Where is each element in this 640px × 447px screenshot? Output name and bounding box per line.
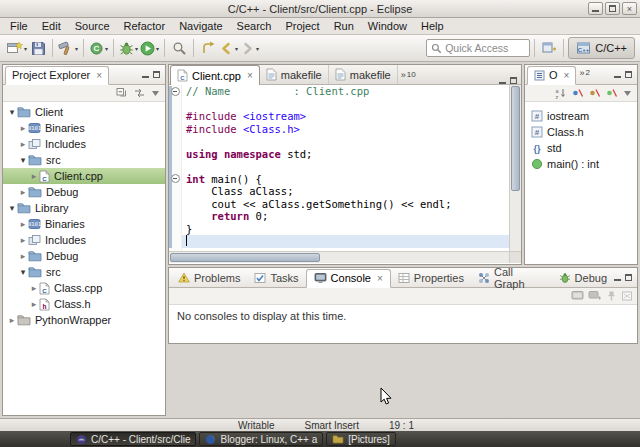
fold-marker-icon[interactable] — [171, 174, 180, 183]
minimize-view-icon[interactable] — [614, 72, 621, 78]
menu-edit[interactable]: Edit — [35, 19, 68, 33]
code-line[interactable]: } — [182, 223, 509, 236]
code-line[interactable] — [182, 135, 509, 148]
outline-tab[interactable]: O × — [527, 66, 576, 85]
editor-horizontal-scrollbar[interactable] — [169, 252, 509, 263]
expand-arrow-icon[interactable]: ▸ — [29, 171, 39, 181]
minimize-window-icon[interactable] — [588, 2, 603, 15]
outline-item-main-int[interactable]: main() : int — [525, 156, 637, 172]
expand-arrow-icon[interactable]: ▸ — [18, 123, 28, 133]
code-line[interactable]: int main() { — [182, 173, 509, 186]
editor-tab-makefile[interactable]: makefile — [260, 65, 329, 84]
maximize-window-icon[interactable] — [605, 2, 620, 15]
forward-dropdown-icon[interactable]: ▾ — [256, 45, 259, 52]
new-wizard-button[interactable]: ▾ — [5, 37, 28, 59]
maximize-view-icon[interactable] — [625, 274, 632, 281]
menu-file[interactable]: File — [3, 19, 35, 33]
hide-non-public-icon[interactable] — [605, 87, 618, 99]
code-line[interactable]: Class aClass; — [182, 185, 509, 198]
expand-arrow-icon[interactable]: ▸ — [7, 315, 17, 325]
editor-tab-overflow[interactable]: »10 — [401, 70, 416, 80]
menu-help[interactable]: Help — [414, 19, 451, 33]
tree-item-debug[interactable]: ▸Debug — [3, 184, 165, 200]
expand-arrow-icon[interactable]: ▸ — [18, 235, 28, 245]
expand-arrow-icon[interactable]: ▸ — [18, 219, 28, 229]
fold-marker-icon[interactable] — [171, 87, 180, 96]
tree-item-binaries[interactable]: ▸0101Binaries — [3, 216, 165, 232]
collapse-arrow-icon[interactable]: ▾ — [18, 155, 28, 165]
project-explorer-tab[interactable]: Project Explorer × — [5, 66, 109, 85]
clear-console-icon[interactable] — [621, 290, 633, 302]
collapse-all-icon[interactable] — [116, 87, 129, 99]
code-line[interactable]: #include <Class.h> — [182, 123, 509, 136]
collapse-arrow-icon[interactable]: ▾ — [7, 203, 17, 213]
new-cpp-class-dropdown-icon[interactable]: ▾ — [105, 45, 108, 52]
editor-tab-client-cpp[interactable]: CClient.cpp× — [170, 65, 260, 85]
tree-item-binaries[interactable]: ▸0101Binaries — [3, 120, 165, 136]
minimize-view-icon[interactable] — [614, 275, 621, 281]
outline-item-class-h[interactable]: #Class.h — [525, 124, 637, 140]
debug-button[interactable]: ▾ — [118, 37, 139, 59]
code-line[interactable] — [182, 98, 509, 111]
maximize-editor-icon[interactable] — [510, 77, 517, 84]
outline-view-overflow[interactable]: »2 — [579, 68, 589, 78]
console-tab-debug[interactable]: Debug — [552, 268, 614, 287]
hide-static-icon[interactable] — [588, 87, 601, 99]
code-area[interactable]: // Name : Client.cpp #include <iostream>… — [182, 85, 509, 251]
tree-item-pythonwrapper[interactable]: ▸PythonWrapper — [3, 312, 165, 328]
close-window-icon[interactable]: × — [622, 2, 637, 15]
console-tab-tasks[interactable]: Tasks — [247, 268, 305, 287]
new-cpp-class-button[interactable]: C▾ — [88, 37, 109, 59]
debug-dropdown-icon[interactable]: ▾ — [135, 45, 138, 52]
pin-console-icon[interactable] — [605, 290, 617, 302]
maximize-view-icon[interactable] — [625, 71, 632, 78]
hide-fields-icon[interactable] — [571, 87, 584, 99]
vertical-scrollbar-thumb[interactable] — [511, 86, 520, 191]
maximize-view-icon[interactable] — [153, 71, 160, 78]
code-line[interactable]: using namespace std; — [182, 148, 509, 161]
console-tab-console[interactable]: Console× — [306, 269, 391, 288]
tree-item-client[interactable]: ▾Client — [3, 104, 165, 120]
menu-refactor[interactable]: Refactor — [117, 19, 173, 33]
outline-item-std[interactable]: {}std — [525, 140, 637, 156]
menu-source[interactable]: Source — [68, 19, 117, 33]
expand-arrow-icon[interactable]: ▸ — [18, 187, 28, 197]
close-tab-icon[interactable]: × — [377, 273, 383, 284]
tree-item-src[interactable]: ▾src — [3, 264, 165, 280]
menu-run[interactable]: Run — [327, 19, 361, 33]
menu-window[interactable]: Window — [361, 19, 414, 33]
link-with-editor-icon[interactable] — [133, 87, 146, 99]
cpp-perspective-button[interactable]: C++ C/C++ — [568, 37, 635, 59]
tree-item-class-cpp[interactable]: ▸CClass.cpp — [3, 280, 165, 296]
tree-item-class-h[interactable]: ▸hClass.h — [3, 296, 165, 312]
sort-icon[interactable]: az — [554, 87, 567, 99]
minimize-editor-icon[interactable] — [499, 78, 506, 84]
last-edit-location-button[interactable] — [198, 37, 218, 59]
open-perspective-button[interactable] — [539, 37, 559, 59]
titlebar[interactable]: C/C++ - Client/src/Client.cpp - Eclipse … — [0, 0, 640, 18]
console-tab-problems[interactable]: Problems — [171, 268, 247, 287]
view-menu-icon[interactable] — [622, 88, 633, 98]
console-tab-call-graph[interactable]: Call Graph — [471, 268, 552, 287]
code-line[interactable] — [182, 160, 509, 173]
code-line[interactable]: cout << aClass.getSomething() << endl; — [182, 198, 509, 211]
taskbar-item[interactable]: Blogger: Linux, C++ a — [199, 432, 323, 446]
close-view-icon[interactable]: × — [96, 70, 102, 81]
taskbar-item[interactable]: [Pictures] — [326, 432, 396, 446]
tree-item-includes[interactable]: ▸Includes — [3, 232, 165, 248]
taskbar-item[interactable]: C/C++ - Client/src/Clie — [70, 432, 196, 446]
expand-arrow-icon[interactable]: ▸ — [18, 251, 28, 261]
new-wizard-dropdown-icon[interactable]: ▾ — [24, 45, 27, 52]
console-tab-properties[interactable]: Properties — [391, 268, 471, 287]
menu-search[interactable]: Search — [230, 19, 279, 33]
save-button[interactable] — [28, 37, 48, 59]
run-dropdown-icon[interactable]: ▾ — [156, 45, 159, 52]
back-dropdown-icon[interactable]: ▾ — [235, 45, 238, 52]
open-console-icon[interactable] — [588, 290, 601, 302]
build-dropdown-icon[interactable]: ▾ — [75, 45, 78, 52]
tree-item-includes[interactable]: ▸Includes — [3, 136, 165, 152]
close-view-icon[interactable]: × — [564, 70, 570, 81]
horizontal-scrollbar-thumb[interactable] — [170, 253, 320, 262]
forward-button[interactable]: ▾ — [239, 37, 260, 59]
code-line[interactable] — [182, 235, 509, 248]
